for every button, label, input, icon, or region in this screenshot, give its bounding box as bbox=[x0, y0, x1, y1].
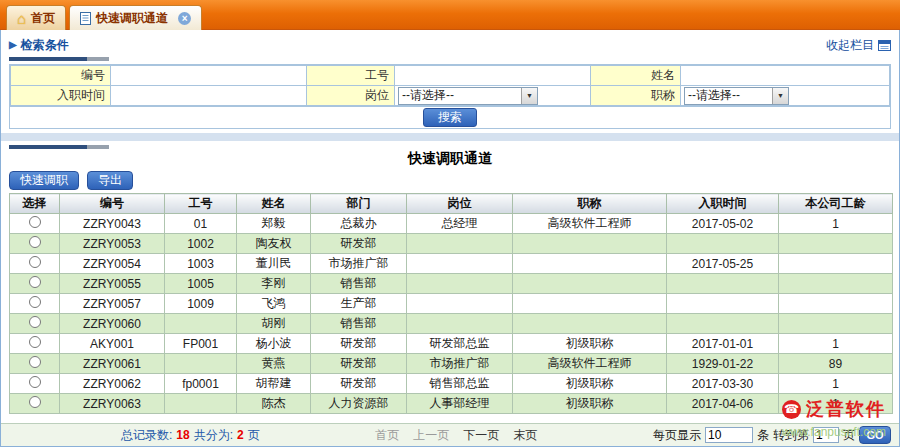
table-cell: 销售部 bbox=[311, 314, 407, 334]
table-cell: 研发部 bbox=[311, 334, 407, 354]
table-row: ZZRY00531002陶友权研发部 bbox=[10, 234, 893, 254]
table-row: ZZRY00551005李刚销售部 bbox=[10, 274, 893, 294]
row-select-radio[interactable] bbox=[29, 296, 41, 308]
column-header-6: 职称 bbox=[513, 194, 667, 214]
select-cell bbox=[10, 214, 60, 234]
table-cell: 2017-04-06 bbox=[667, 394, 779, 414]
row-select-radio[interactable] bbox=[29, 216, 41, 228]
row-select-radio[interactable] bbox=[29, 276, 41, 288]
table-cell: ZZRY0057 bbox=[60, 294, 165, 314]
table-cell: 1005 bbox=[165, 274, 237, 294]
table-cell: ZZRY0053 bbox=[60, 234, 165, 254]
table-cell bbox=[513, 254, 667, 274]
table-row: ZZRY0061 黄燕研发部市场推广部高级软件工程师1929-01-2289 bbox=[10, 354, 893, 374]
table-cell: 人力资源部 bbox=[311, 394, 407, 414]
next-page-link[interactable]: 下一页 bbox=[463, 427, 499, 444]
tab-home[interactable]: ⌂ 首页 bbox=[6, 5, 66, 30]
table-cell: 市场推广部 bbox=[407, 354, 513, 374]
row-select-radio[interactable] bbox=[29, 356, 41, 368]
position-select[interactable]: --请选择-- ▼ bbox=[398, 87, 538, 105]
export-button[interactable]: 导出 bbox=[87, 171, 133, 190]
table-cell: 初级职称 bbox=[513, 394, 667, 414]
table-cell: 黄燕 bbox=[237, 354, 311, 374]
table-cell bbox=[667, 234, 779, 254]
total-pages-label: 共分为: bbox=[194, 427, 233, 444]
table-cell: 1 bbox=[779, 214, 893, 234]
table-cell bbox=[667, 294, 779, 314]
page-links: 首页 上一页 下一页 末页 bbox=[260, 427, 653, 444]
table-cell: 市场推广部 bbox=[311, 254, 407, 274]
prev-page-link[interactable]: 上一页 bbox=[413, 427, 449, 444]
table-cell: 飞鸿 bbox=[237, 294, 311, 314]
table-cell: ZZRY0062 bbox=[60, 374, 165, 394]
table-cell: 销售部总监 bbox=[407, 374, 513, 394]
column-header-3: 姓名 bbox=[237, 194, 311, 214]
row-select-radio[interactable] bbox=[29, 376, 41, 388]
home-icon: ⌂ bbox=[17, 11, 26, 26]
tab-quick-transfer[interactable]: 快速调职通道 × bbox=[69, 5, 202, 30]
title-select[interactable]: --请选择-- ▼ bbox=[684, 87, 789, 105]
dropdown-arrow-icon: ▼ bbox=[772, 88, 788, 104]
row-select-radio[interactable] bbox=[29, 316, 41, 328]
table-cell: 陶友权 bbox=[237, 234, 311, 254]
table-cell bbox=[513, 234, 667, 254]
table-cell: 胡帮建 bbox=[237, 374, 311, 394]
table-cell: 胡刚 bbox=[237, 314, 311, 334]
table-cell bbox=[513, 294, 667, 314]
table-cell: ZZRY0061 bbox=[60, 354, 165, 374]
last-page-link[interactable]: 末页 bbox=[513, 427, 537, 444]
table-cell bbox=[407, 254, 513, 274]
column-header-1: 编号 bbox=[60, 194, 165, 214]
name-input[interactable] bbox=[681, 66, 889, 85]
tab-quick-transfer-label: 快速调职通道 bbox=[96, 10, 168, 27]
table-cell bbox=[779, 294, 893, 314]
table-cell bbox=[407, 274, 513, 294]
row-select-radio[interactable] bbox=[29, 236, 41, 248]
position-field-label: 岗位 bbox=[307, 86, 395, 106]
row-select-radio[interactable] bbox=[29, 256, 41, 268]
table-cell: 生产部 bbox=[311, 294, 407, 314]
table-cell: 89 bbox=[779, 354, 893, 374]
table-row: ZZRY00571009飞鸿生产部 bbox=[10, 294, 893, 314]
jobno-input[interactable] bbox=[395, 66, 590, 85]
collapse-icon bbox=[878, 40, 891, 51]
table-row: AKY001FP001杨小波研发部研发部总监初级职称2017-01-011 bbox=[10, 334, 893, 354]
table-cell bbox=[667, 274, 779, 294]
main-panel: 快速调职通道 快速调职 导出 选择编号工号姓名部门岗位职称入职时间本公司工龄 Z… bbox=[1, 141, 899, 446]
search-button[interactable]: 搜索 bbox=[423, 108, 477, 127]
close-icon[interactable]: × bbox=[178, 12, 191, 25]
vendor-logo: ☎ 泛普软件 bbox=[782, 397, 886, 421]
table-cell: ZZRY0063 bbox=[60, 394, 165, 414]
table-header-row: 选择编号工号姓名部门岗位职称入职时间本公司工龄 bbox=[10, 194, 893, 214]
entrydate-input[interactable] bbox=[111, 86, 306, 105]
row-select-radio[interactable] bbox=[29, 336, 41, 348]
table-cell bbox=[779, 314, 893, 334]
table-cell bbox=[779, 254, 893, 274]
row-select-radio[interactable] bbox=[29, 396, 41, 408]
select-cell bbox=[10, 274, 60, 294]
select-cell bbox=[10, 334, 60, 354]
phone-icon: ☎ bbox=[782, 400, 801, 419]
total-records-label: 总记录数: bbox=[121, 427, 172, 444]
table-cell: AKY001 bbox=[60, 334, 165, 354]
per-page-input[interactable] bbox=[705, 427, 753, 443]
column-header-4: 部门 bbox=[311, 194, 407, 214]
per-page-label: 每页显示 bbox=[653, 427, 701, 444]
table-cell bbox=[407, 314, 513, 334]
table-cell: 杨小波 bbox=[237, 334, 311, 354]
select-cell bbox=[10, 374, 60, 394]
select-cell bbox=[10, 394, 60, 414]
table-cell: 人事部经理 bbox=[407, 394, 513, 414]
select-cell bbox=[10, 314, 60, 334]
table-row: ZZRY00541003董川民市场推广部 2017-05-25 bbox=[10, 254, 893, 274]
table-cell: 2017-05-25 bbox=[667, 254, 779, 274]
number-input[interactable] bbox=[111, 66, 306, 85]
table-cell bbox=[165, 314, 237, 334]
quick-transfer-button[interactable]: 快速调职 bbox=[9, 171, 79, 190]
table-cell bbox=[513, 314, 667, 334]
table-cell: 高级软件工程师 bbox=[513, 354, 667, 374]
table-row: ZZRY0060 胡刚销售部 bbox=[10, 314, 893, 334]
collapse-columns-link[interactable]: 收起栏目 bbox=[826, 37, 891, 54]
content-frame: ▶ 检索条件 收起栏目 bbox=[0, 30, 900, 447]
first-page-link[interactable]: 首页 bbox=[375, 427, 399, 444]
